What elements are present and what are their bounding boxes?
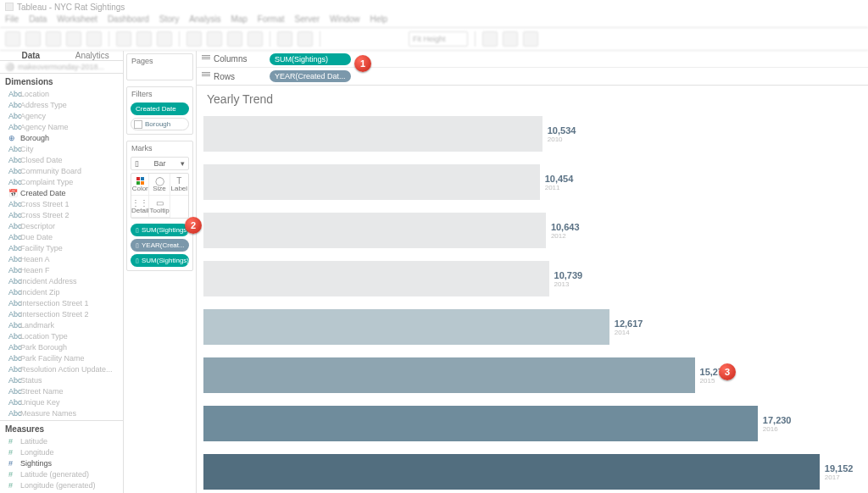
viz-canvas[interactable]: Yearly Trend 10,534201010,454201110,6432… [197, 86, 868, 493]
dimension-item[interactable]: AbcComplaint Type [0, 176, 123, 187]
mark-pill[interactable]: ▯SUM(Sightings) [131, 224, 189, 236]
dimension-item[interactable]: AbcIncident Zip [0, 286, 123, 297]
bar-row[interactable]: 17,2302016 [203, 406, 860, 441]
dimension-item[interactable]: AbcStreet Name [0, 385, 123, 396]
bar-row[interactable]: 15,2722015 [203, 357, 860, 393]
field-type-icon: Abc [8, 211, 17, 219]
dimension-item[interactable]: AbcIncident Address [0, 275, 123, 286]
mark-tooltip[interactable]: ▭Tooltip [149, 196, 170, 218]
field-type-icon: Abc [8, 178, 17, 186]
dimension-item[interactable]: AbcResolution Action Update... [0, 363, 123, 374]
toolbar-button[interactable] [157, 31, 172, 47]
bar-row[interactable]: 12,6172014 [203, 309, 860, 345]
menu-help[interactable]: Help [370, 14, 388, 26]
fit-dropdown[interactable]: Fit Height [409, 31, 468, 47]
dimension-item[interactable]: AbcLocation Type [0, 330, 123, 341]
dimension-item[interactable]: AbcStatus [0, 374, 123, 385]
toolbar-button[interactable] [523, 31, 538, 47]
dimension-item[interactable]: AbcDue Date [0, 231, 123, 242]
redo-button[interactable] [46, 31, 61, 47]
shelf-pill[interactable]: SUM(Sightings) [270, 53, 351, 65]
toolbar-button[interactable] [186, 31, 202, 47]
menu-worksheet[interactable]: Worksheet [57, 14, 97, 26]
toolbar-button[interactable] [227, 31, 242, 47]
toolbar-button[interactable] [207, 31, 222, 47]
measures-list: #Latitude#Longitude#Sightings#Latitude (… [0, 435, 123, 493]
bar-row[interactable]: 10,6432012 [203, 213, 860, 248]
menu-window[interactable]: Window [330, 14, 360, 26]
dimension-item[interactable]: AbcMeasure Names [0, 407, 123, 418]
menu-data[interactable]: Data [29, 14, 47, 26]
dimension-item[interactable]: AbcHeaen A [0, 253, 123, 264]
measure-item[interactable]: #Latitude [0, 435, 123, 446]
toolbar-button[interactable] [277, 31, 292, 47]
save-button[interactable] [66, 31, 81, 47]
toolbar-button[interactable] [136, 31, 152, 47]
undo-button[interactable] [25, 31, 41, 47]
measure-item[interactable]: #Sightings [0, 457, 123, 468]
measure-item[interactable]: #Latitude (generated) [0, 468, 123, 479]
toolbar-button[interactable] [116, 31, 131, 47]
bar-row[interactable]: 10,7392013 [203, 261, 860, 296]
toolbar-button[interactable] [248, 31, 263, 47]
dimension-item[interactable]: AbcLocation [0, 88, 123, 99]
menu-analysis[interactable]: Analysis [189, 14, 220, 26]
dimension-item[interactable]: AbcPark Borough [0, 341, 123, 352]
menu-format[interactable]: Format [258, 14, 285, 26]
rows-shelf[interactable]: Rows YEAR(Created Dat... [197, 68, 868, 85]
tab-data[interactable]: Data [0, 51, 62, 60]
columns-shelf[interactable]: Columns SUM(Sightings) [197, 51, 868, 68]
toolbar-button[interactable] [298, 31, 313, 47]
dimension-item[interactable]: AbcCross Street 1 [0, 198, 123, 209]
mark-label[interactable]: TLabel [170, 174, 188, 196]
filters-card-title: Filters [127, 87, 192, 101]
field-label: Agency Name [20, 123, 69, 131]
mark-detail[interactable]: ⋮⋮Detail [131, 196, 149, 218]
mark-pill[interactable]: ▯YEAR(Creat... [131, 239, 189, 252]
menu-map[interactable]: Map [231, 14, 247, 26]
dimension-item[interactable]: AbcFacility Type [0, 242, 123, 253]
bar-row[interactable]: 10,5342010 [203, 116, 860, 152]
measure-item[interactable]: #Longitude [0, 446, 123, 457]
datasource-row[interactable]: ⚪ makeovermonday-2018... [0, 61, 123, 73]
measure-item[interactable]: #Longitude (generated) [0, 479, 123, 490]
menu-dashboard[interactable]: Dashboard [108, 14, 149, 26]
toolbar-button[interactable] [482, 31, 498, 47]
dimension-item[interactable]: 📅Created Date [0, 187, 123, 198]
mark-color[interactable]: Color [131, 174, 149, 196]
field-label: City [20, 145, 34, 153]
menu-story[interactable]: Story [159, 14, 179, 26]
dimension-item[interactable]: AbcIntersection Street 2 [0, 308, 123, 319]
filter-pill[interactable]: Created Date [131, 102, 189, 115]
dimension-item[interactable]: AbcCommunity Board [0, 165, 123, 176]
dimension-item[interactable]: AbcHeaen F [0, 264, 123, 275]
menu-server[interactable]: Server [295, 14, 320, 26]
dimension-item[interactable]: AbcClosed Date [0, 154, 123, 165]
dimension-item[interactable]: AbcDescriptor [0, 220, 123, 231]
menu-file[interactable]: File [5, 14, 19, 26]
tab-analytics[interactable]: Analytics [62, 51, 124, 60]
mark-size[interactable]: ◯Size [149, 174, 170, 196]
dimension-item[interactable]: AbcCross Street 2 [0, 209, 123, 220]
mark-type-dropdown[interactable]: ▯ Bar ▾ [131, 157, 189, 170]
shelf-pill[interactable]: YEAR(Created Dat... [270, 70, 351, 82]
toolbar-button[interactable] [503, 31, 518, 47]
dimension-item[interactable]: AbcAddress Type [0, 99, 123, 110]
bar-row[interactable]: 19,1522017 [203, 454, 860, 490]
dimension-item[interactable]: AbcLandmark [0, 319, 123, 330]
bar-row[interactable]: 10,4542011 [203, 164, 860, 200]
dimension-item[interactable]: AbcUnique Key [0, 396, 123, 407]
mark-pill[interactable]: ▯SUM(Sightings) [131, 254, 189, 267]
field-type-icon: # [8, 448, 17, 457]
dimension-item[interactable]: AbcPark Facility Name [0, 352, 123, 363]
field-label: Latitude (generated) [20, 470, 89, 479]
filter-pill[interactable]: Borough [131, 118, 189, 130]
dimension-item[interactable]: AbcAgency Name [0, 121, 123, 132]
dimension-item[interactable]: AbcAgency [0, 110, 123, 121]
field-label: Descriptor [20, 222, 55, 230]
toolbar-button[interactable] [5, 31, 20, 47]
dimension-item[interactable]: AbcIntersection Street 1 [0, 297, 123, 308]
dimension-item[interactable]: AbcCity [0, 143, 123, 154]
dimension-item[interactable]: ⊕Borough [0, 132, 123, 143]
toolbar-button[interactable] [86, 31, 102, 47]
